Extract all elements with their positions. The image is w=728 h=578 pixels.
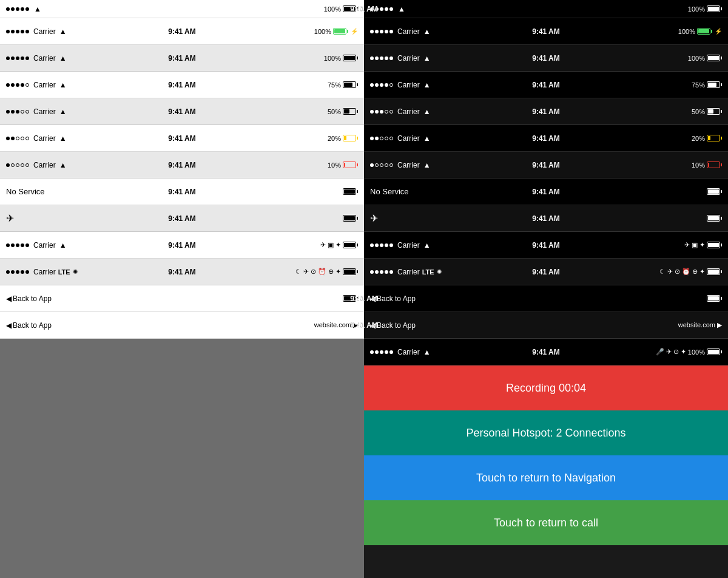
back-to-app-label: Back to App bbox=[13, 294, 52, 303]
hotspot-icon: ⊕ bbox=[328, 268, 334, 276]
wifi-icon: ▲ bbox=[59, 107, 67, 116]
wifi-icon: ▲ bbox=[423, 348, 431, 356]
signal-dots bbox=[6, 243, 29, 247]
wifi-icon: ▲ bbox=[423, 241, 431, 250]
hotspot-text: Personal Hotspot: 2 Connections bbox=[466, 427, 625, 440]
back-to-app-row-2[interactable]: ◀ Back to App 9:41 AM website.com ▶ bbox=[0, 312, 364, 339]
dot bbox=[25, 110, 29, 114]
dot bbox=[6, 110, 10, 114]
carrier-label: Carrier bbox=[397, 161, 420, 169]
time-display: 9:41 AM bbox=[532, 268, 560, 276]
recording-text: Recording 00:04 bbox=[506, 382, 586, 395]
no-service-label: No Service bbox=[6, 187, 45, 196]
right-status-row-100-green: Carrier ▲ 9:41 AM 100% ⚡ bbox=[364, 18, 728, 45]
battery bbox=[343, 188, 358, 195]
dot bbox=[25, 243, 29, 247]
dot bbox=[6, 243, 10, 247]
battery bbox=[707, 5, 722, 12]
navigation-bar[interactable]: Touch to return to Navigation bbox=[364, 455, 728, 500]
battery-red bbox=[707, 162, 722, 168]
time-display: 9:41 AM bbox=[350, 5, 378, 13]
dot bbox=[375, 83, 379, 87]
dot bbox=[6, 270, 10, 274]
dot bbox=[25, 163, 29, 167]
right-section: 50% bbox=[328, 108, 358, 115]
hotspot-bar[interactable]: Personal Hotspot: 2 Connections bbox=[364, 410, 728, 455]
left-panel: ▲ 9:41 AM 100% Carrier ▲ 9:41 AM 100% bbox=[0, 0, 364, 578]
dot bbox=[16, 163, 19, 167]
alarm-icon: ⏰ bbox=[318, 268, 326, 276]
time-display: 9:41 AM bbox=[168, 54, 196, 63]
battery bbox=[343, 242, 358, 248]
dot bbox=[11, 110, 15, 114]
signal-dots bbox=[370, 163, 393, 167]
dot bbox=[380, 350, 383, 354]
carrier-label: Carrier bbox=[33, 54, 56, 63]
battery-pct: 10% bbox=[328, 162, 341, 169]
dot bbox=[375, 56, 379, 60]
image-icon: ▣ bbox=[328, 241, 334, 249]
right-top-bar: ▲ 9:41 AM 100% bbox=[364, 0, 728, 18]
dot bbox=[389, 30, 393, 33]
carrier-label: Carrier bbox=[397, 27, 420, 36]
time-display: 9:41 AM bbox=[532, 348, 560, 356]
dot bbox=[11, 83, 15, 87]
battery-pct: 50% bbox=[692, 108, 705, 115]
wifi-icon: ▲ bbox=[59, 81, 67, 89]
wifi-icon: ▲ bbox=[398, 5, 405, 13]
battery bbox=[707, 295, 722, 302]
dot bbox=[389, 270, 393, 274]
battery bbox=[707, 188, 722, 195]
signal-dots bbox=[6, 137, 29, 140]
right-section bbox=[707, 188, 722, 195]
right-section: 100% bbox=[324, 55, 358, 62]
back-to-app-row-1[interactable]: ◀ Back to App 9:41 AM bbox=[0, 285, 364, 312]
dot bbox=[389, 56, 393, 60]
dot bbox=[6, 30, 10, 33]
dot bbox=[385, 270, 388, 274]
signal-dots bbox=[370, 83, 393, 87]
dot bbox=[16, 137, 19, 140]
right-back-to-app-row-2[interactable]: ◀ Back to App 9:41 AM website.com ▶ bbox=[364, 312, 728, 339]
right-status-row-lte: Carrier LTE ✺ 9:41 AM ☾ ✈ ⊙ ⏰ ⊕ ✦ bbox=[364, 259, 728, 285]
dot bbox=[21, 270, 24, 274]
right-section: ✈ ▣ ✦ bbox=[320, 241, 358, 249]
right-back-to-app-row-1[interactable]: ◀ Back to App 9:41 AM bbox=[364, 285, 728, 312]
dot bbox=[385, 350, 388, 354]
right-section: 20% bbox=[692, 135, 722, 142]
status-row-lte: Carrier LTE ✺ 9:41 AM ☾ ✈ ⊙ ⏰ ⊕ ✦ bbox=[0, 259, 364, 285]
signal-dots bbox=[370, 270, 393, 274]
carrier-label: Carrier bbox=[33, 27, 56, 36]
dot bbox=[25, 270, 29, 274]
carrier-label: Carrier bbox=[397, 134, 420, 143]
time-display: 9:41 AM bbox=[350, 294, 378, 303]
carrier-label: Carrier bbox=[33, 268, 56, 276]
dot bbox=[16, 270, 19, 274]
dot bbox=[380, 110, 383, 114]
dot bbox=[6, 56, 10, 60]
dot bbox=[25, 137, 29, 140]
battery bbox=[343, 268, 358, 275]
dot bbox=[389, 7, 393, 11]
time-display: 9:41 AM bbox=[532, 107, 560, 116]
battery-yellow bbox=[707, 135, 722, 141]
dot bbox=[380, 56, 383, 60]
dot bbox=[11, 30, 15, 33]
battery bbox=[707, 55, 722, 61]
call-bar[interactable]: Touch to return to call bbox=[364, 500, 728, 545]
location-icon: ✈ bbox=[684, 241, 690, 249]
right-section: 10% bbox=[692, 162, 722, 169]
back-arrow-icon: ◀ bbox=[6, 294, 12, 303]
dot bbox=[385, 83, 388, 87]
wifi-icon: ▲ bbox=[423, 107, 431, 116]
back-to-app-label: Back to App bbox=[377, 321, 416, 330]
dot bbox=[25, 83, 29, 87]
recording-bar[interactable]: Recording 00:04 bbox=[364, 365, 728, 410]
airplane-icon: ✈ bbox=[6, 212, 14, 224]
bolt-icon: ⚡ bbox=[715, 28, 722, 35]
dot bbox=[375, 110, 379, 114]
dot bbox=[11, 163, 15, 167]
hotspot-icon: ⊕ bbox=[692, 268, 698, 276]
right-status-row-20: Carrier ▲ 9:41 AM 20% bbox=[364, 125, 728, 152]
dot bbox=[380, 243, 383, 247]
